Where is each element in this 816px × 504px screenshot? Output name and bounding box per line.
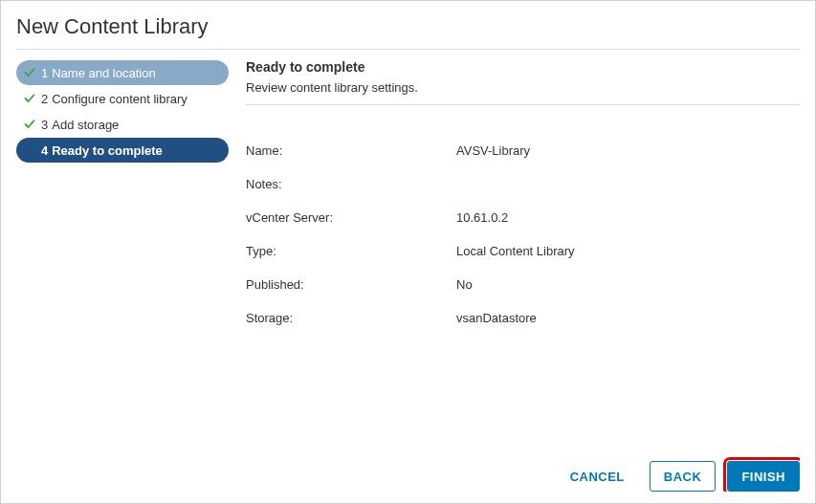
step-label: Ready to complete [52, 143, 163, 158]
wizard-steps: 1 Name and location 2 Configure content … [16, 57, 229, 492]
step-num: 3 [41, 118, 48, 132]
section-subtitle: Review content library settings. [246, 80, 800, 105]
check-icon [22, 93, 37, 104]
step-add-storage[interactable]: 3 Add storage [16, 112, 229, 137]
step-ready-to-complete[interactable]: 4 Ready to complete [16, 138, 229, 163]
label-notes: Notes: [246, 177, 456, 191]
label-published: Published: [246, 277, 456, 292]
step-name-and-location[interactable]: 1 Name and location [16, 60, 229, 85]
spacer [246, 335, 800, 453]
dialog-title: New Content Library [16, 14, 800, 50]
dialog-body: 1 Name and location 2 Configure content … [16, 57, 800, 492]
finish-button[interactable]: FINISH [727, 461, 800, 492]
step-configure-content-library[interactable]: 2 Configure content library [16, 86, 229, 111]
check-icon [22, 67, 37, 78]
label-vcenter: vCenter Server: [246, 210, 456, 225]
value-notes [456, 177, 800, 191]
step-num: 1 [41, 66, 48, 80]
row-storage: Storage: vsanDatastore [246, 301, 800, 335]
row-name: Name: AVSV-Library [246, 134, 800, 167]
footer-buttons: CANCEL BACK FINISH [246, 453, 800, 492]
main-panel: Ready to complete Review content library… [229, 57, 800, 492]
step-label: Add storage [52, 118, 119, 132]
label-name: Name: [246, 143, 456, 158]
step-num: 2 [41, 92, 48, 106]
back-button[interactable]: BACK [650, 461, 717, 492]
step-num: 4 [41, 143, 48, 158]
row-notes: Notes: [246, 167, 800, 201]
value-vcenter: 10.61.0.2 [456, 210, 800, 225]
row-type: Type: Local Content Library [246, 234, 800, 268]
step-label: Name and location [52, 66, 155, 80]
check-icon [22, 119, 37, 130]
section-title: Ready to complete [246, 59, 800, 75]
step-label: Configure content library [52, 92, 187, 106]
value-type: Local Content Library [456, 244, 800, 258]
value-name: AVSV-Library [456, 143, 800, 158]
row-published: Published: No [246, 268, 800, 301]
label-type: Type: [246, 244, 456, 258]
gap [246, 105, 800, 134]
value-storage: vsanDatastore [456, 311, 800, 325]
label-storage: Storage: [246, 311, 456, 325]
value-published: No [456, 277, 800, 292]
cancel-button[interactable]: CANCEL [557, 461, 638, 492]
row-vcenter: vCenter Server: 10.61.0.2 [246, 201, 800, 234]
